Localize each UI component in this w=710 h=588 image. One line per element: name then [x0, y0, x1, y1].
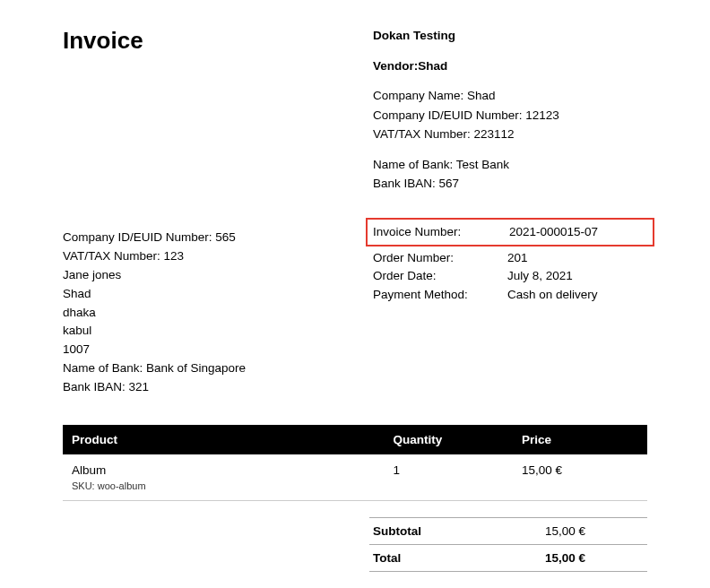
invoice-page: Invoice Company ID/EUID Number: 565 VAT/… [0, 0, 710, 588]
subtotal-value: 15,00 € [545, 524, 644, 538]
right-column: Dokan Testing Vendor:Shad Company Name: … [373, 27, 647, 304]
table-header-row: Product Quantity Price [63, 425, 647, 454]
order-date-value: July 8, 2021 [507, 267, 647, 285]
invoice-number-row: Invoice Number: 2021-000015-07 [366, 218, 654, 246]
td-quantity: 1 [385, 454, 513, 501]
buyer-line3: kabul [63, 323, 337, 340]
th-product: Product [63, 425, 385, 454]
buyer-line2: dhaka [63, 305, 337, 322]
vendor-name-block: Vendor:Shad [373, 57, 647, 75]
order-number-value: 201 [507, 249, 647, 267]
order-date-label: Order Date: [373, 267, 507, 285]
items-table: Product Quantity Price Album SKU: woo-al… [63, 425, 647, 501]
vendor-bank-iban: Bank IBAN: 567 [373, 175, 647, 193]
invoice-number-label: Invoice Number: [373, 223, 509, 241]
order-date-row: Order Date: July 8, 2021 [373, 267, 647, 285]
table-row: Album SKU: woo-album 1 15,00 € [63, 454, 647, 501]
vendor-company-name: Company Name: Shad [373, 87, 647, 105]
buyer-vat: VAT/TAX Number: 123 [63, 248, 337, 265]
subtotal-label: Subtotal [373, 524, 545, 538]
subtotal-row: Subtotal 15,00 € [369, 517, 647, 544]
td-price: 15,00 € [513, 454, 647, 501]
invoice-meta: Invoice Number: 2021-000015-07 Order Num… [373, 218, 647, 304]
vendor-bank-block: Name of Bank: Test Bank Bank IBAN: 567 [373, 156, 647, 193]
vendor-vat: VAT/TAX Number: 223112 [373, 125, 647, 143]
buyer-block: Company ID/EUID Number: 565 VAT/TAX Numb… [63, 229, 337, 396]
buyer-line1: Shad [63, 286, 337, 303]
vendor-line: Vendor:Shad [373, 57, 647, 75]
buyer-company-id: Company ID/EUID Number: 565 [63, 229, 337, 246]
order-number-row: Order Number: 201 [373, 249, 647, 267]
payment-method-label: Payment Method: [373, 286, 507, 304]
buyer-name: Jane jones [63, 267, 337, 284]
vendor-store-block: Dokan Testing [373, 27, 647, 45]
sku-value: woo-album [98, 480, 146, 491]
sku-label: SKU: [72, 480, 95, 491]
vendor-company-block: Company Name: Shad Company ID/EUID Numbe… [373, 87, 647, 143]
buyer-postal: 1007 [63, 342, 337, 359]
th-quantity: Quantity [385, 425, 513, 454]
th-price: Price [513, 425, 647, 454]
buyer-bank-name: Name of Bank: Bank of Singapore [63, 360, 337, 377]
product-name: Album [72, 463, 106, 477]
payment-method-row: Payment Method: Cash on delivery [373, 286, 647, 304]
buyer-bank-iban: Bank IBAN: 321 [63, 379, 337, 396]
invoice-number-value: 2021-000015-07 [509, 223, 647, 241]
left-column: Invoice Company ID/EUID Number: 565 VAT/… [63, 27, 337, 398]
total-label: Total [373, 551, 545, 565]
totals-block: Subtotal 15,00 € Total 15,00 € [369, 517, 647, 572]
page-title: Invoice [63, 27, 337, 55]
total-value: 15,00 € [545, 551, 644, 565]
payment-method-value: Cash on delivery [507, 286, 647, 304]
vendor-bank-name: Name of Bank: Test Bank [373, 156, 647, 174]
top-section: Invoice Company ID/EUID Number: 565 VAT/… [63, 27, 647, 398]
td-product: Album SKU: woo-album [63, 454, 385, 501]
vendor-company-id: Company ID/EUID Number: 12123 [373, 107, 647, 125]
total-row: Total 15,00 € [369, 544, 647, 572]
order-number-label: Order Number: [373, 249, 507, 267]
store-name: Dokan Testing [373, 27, 647, 45]
products-section: Product Quantity Price Album SKU: woo-al… [63, 425, 647, 572]
product-sku: SKU: woo-album [72, 480, 376, 497]
